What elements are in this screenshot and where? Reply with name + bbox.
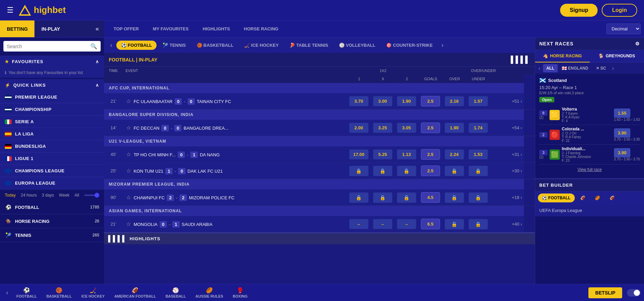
bottom-sport-ice-hockey[interactable]: 🏒 ICE HOCKEY — [77, 286, 108, 300]
odds-btn-1[interactable]: 2.00 — [349, 123, 368, 133]
bottom-sport-football[interactable]: ⚽ FOOTBALL — [12, 286, 41, 300]
tab-top-offer[interactable]: TOP OFFER — [107, 24, 145, 34]
search-input[interactable] — [7, 44, 90, 49]
odds-btn-2[interactable]: – — [397, 219, 416, 229]
favourite-button[interactable]: ☆ — [125, 150, 132, 159]
sidebar-item-serie-a[interactable]: SERIE A — [0, 116, 104, 128]
favourite-button[interactable]: ☆ — [125, 97, 132, 106]
lock-btn-under[interactable]: 🔒 — [469, 166, 488, 176]
filter-today[interactable]: Today — [5, 193, 16, 198]
betting-tab[interactable]: BETTING — [0, 20, 34, 37]
lock-btn-x[interactable]: 🔒 — [373, 192, 392, 203]
odds-btn-2[interactable]: 1.90 — [397, 96, 416, 106]
signup-button[interactable]: Signup — [560, 4, 598, 17]
runner-odds-button[interactable]: 3.90 — [614, 128, 630, 138]
time-slider[interactable] — [84, 195, 99, 196]
favourites-header[interactable]: ★ FAVOURITES ∧ — [0, 56, 104, 68]
lock-btn-under[interactable]: 🔒 — [469, 219, 488, 229]
goals-btn[interactable]: 2.5 — [421, 149, 440, 160]
bottom-bar-prev[interactable]: ‹ — [3, 287, 11, 298]
tab-horse-racing[interactable]: HORSE RACING — [238, 24, 284, 34]
filter-24h[interactable]: 24 hours — [21, 193, 37, 198]
favourite-button[interactable]: ☆ — [125, 166, 132, 175]
filter-all[interactable]: All — [75, 193, 79, 198]
sport-tab-ice-hockey[interactable]: 🏒 ICE HOCKEY — [239, 41, 283, 50]
bottom-sport-boxing[interactable]: 🥊 BOXING — [229, 286, 251, 300]
odds-btn-x[interactable]: – — [373, 219, 392, 229]
sidebar-item-champions-league[interactable]: CHAMPIONS LEAGUE — [0, 165, 104, 177]
sidebar-sport-tennis[interactable]: 🎾 TENNIS 265 — [0, 228, 104, 242]
goals-btn[interactable]: 2.5 — [421, 96, 440, 106]
sport-tabs-prev[interactable]: ‹ — [107, 40, 115, 51]
lock-btn-over[interactable]: 🔒 — [445, 192, 464, 203]
bottom-sport-american-football[interactable]: 🏈 AMERICAN FOOTBALL — [110, 286, 160, 300]
sport-tabs-next[interactable]: › — [439, 40, 446, 51]
tab-greyhounds[interactable]: 🐕 GREYHOUNDS — [590, 50, 644, 62]
filter-3days[interactable]: 3 days — [42, 193, 54, 198]
sidebar-item-la-liga[interactable]: LA LIGA — [0, 128, 104, 140]
odds-btn-1[interactable]: – — [349, 219, 368, 229]
favourite-button[interactable]: ☆ — [125, 123, 132, 132]
over-btn[interactable]: 2.24 — [445, 149, 464, 159]
region-england[interactable]: 🏴󠁧󠁢󠁥󠁮󠁧󠁿 ENGLAND — [558, 64, 592, 72]
sport-tab-tennis[interactable]: 🎾 TENNIS — [158, 41, 190, 50]
over-btn[interactable]: 1.90 — [445, 123, 464, 133]
odds-btn-2[interactable]: 1.13 — [397, 149, 416, 159]
view-full-race-link[interactable]: View full race — [539, 164, 640, 175]
sport-tab-counter-strike[interactable]: 🎯 COUNTER-STRIKE — [381, 41, 437, 50]
under-btn[interactable]: 1.53 — [469, 149, 488, 159]
odds-btn-x[interactable]: 3.00 — [373, 96, 392, 106]
odds-btn-1[interactable]: 17.00 — [349, 149, 369, 159]
over-btn[interactable]: 2.16 — [445, 96, 464, 106]
goals-btn[interactable]: 2.5 — [421, 166, 440, 176]
bottom-sport-baseball[interactable]: ⚾ BASEBALL — [161, 286, 190, 300]
sidebar-item-ligue1[interactable]: LIGUE 1 — [0, 153, 104, 165]
sport-tab-basketball[interactable]: 🏀 BASKETBALL — [192, 41, 238, 50]
filter-icon[interactable]: ⚙ — [635, 41, 640, 46]
under-btn[interactable]: 1.57 — [469, 96, 488, 106]
sport-tab-volleyball[interactable]: 🏐 VOLLEYBALL — [334, 41, 380, 50]
lock-btn-under[interactable]: 🔒 — [469, 192, 488, 203]
goals-btn[interactable]: 2.5 — [421, 123, 440, 133]
tab-horse-racing[interactable]: 🐴 HORSE RACING — [535, 50, 590, 62]
odds-btn-x[interactable]: 5.25 — [373, 149, 392, 159]
login-button[interactable]: Login — [602, 4, 637, 17]
bb-tab-football[interactable]: ⚽ FOOTBALL — [538, 194, 575, 202]
lock-btn-1[interactable]: 🔒 — [349, 166, 368, 176]
sidebar-sport-horse-racing[interactable]: 🏇 HORSE RACING 26 — [0, 214, 104, 228]
filter-week[interactable]: Week — [59, 193, 69, 198]
tab-my-favourites[interactable]: MY FAVOURITES — [147, 24, 195, 34]
sidebar-item-premier-league[interactable]: PREMIER LEAGUE — [0, 91, 104, 103]
region-sc[interactable]: ✕ SC — [592, 64, 610, 72]
favourite-button[interactable]: ☆ — [125, 219, 132, 229]
sidebar-item-bundesliga[interactable]: BUNDESLIGA — [0, 140, 104, 153]
quicklinks-header[interactable]: ⚡ QUICK LINKS ∧ — [0, 79, 104, 91]
sport-tab-table-tennis[interactable]: 🏓 TABLE TENNIS — [285, 41, 333, 50]
region-prev[interactable]: ‹ — [537, 64, 542, 72]
hamburger-icon[interactable]: ☰ — [7, 6, 14, 15]
favourite-button[interactable]: ☆ — [125, 193, 132, 202]
region-next[interactable]: › — [610, 64, 616, 72]
bb-tab-3[interactable]: 🏈 — [605, 194, 619, 202]
odds-btn-1[interactable]: 3.70 — [349, 96, 368, 106]
under-btn[interactable]: 1.74 — [469, 123, 488, 133]
betslip-button[interactable]: BETSLIP — [588, 287, 622, 298]
lock-btn-1[interactable]: 🔒 — [349, 192, 368, 203]
odds-btn-x[interactable]: 3.25 — [373, 123, 392, 133]
bb-tab-2[interactable]: 🏉 — [591, 194, 604, 202]
bottom-sport-basketball[interactable]: 🏀 BASKETBALL — [42, 286, 76, 300]
sport-tab-football[interactable]: ⚽ FOOTBALL — [116, 41, 157, 50]
sidebar-sport-football[interactable]: ⚽ FOOTBALL 1785 — [0, 200, 104, 214]
toggle-switch[interactable] — [627, 289, 641, 297]
inplay-tab[interactable]: IN-PLAY — [34, 20, 67, 37]
runner-odds-button[interactable]: 1.55 — [614, 109, 630, 118]
bb-tab-1[interactable]: 🏈 — [576, 194, 589, 202]
lock-btn-2[interactable]: 🔒 — [397, 192, 416, 203]
bottom-sport-aussie-rules[interactable]: 🏉 AUSSIE RULES — [191, 286, 227, 300]
lock-btn-2[interactable]: 🔒 — [397, 166, 416, 176]
odds-format-select[interactable]: Decimal Fractional American — [606, 24, 641, 34]
sidebar-item-championship[interactable]: CHAMPIONSHIP — [0, 103, 104, 116]
lock-btn-x[interactable]: 🔒 — [373, 166, 392, 176]
lock-btn-over[interactable]: 🔒 — [445, 166, 464, 176]
runner-odds-button[interactable]: 3.90 — [614, 148, 630, 157]
